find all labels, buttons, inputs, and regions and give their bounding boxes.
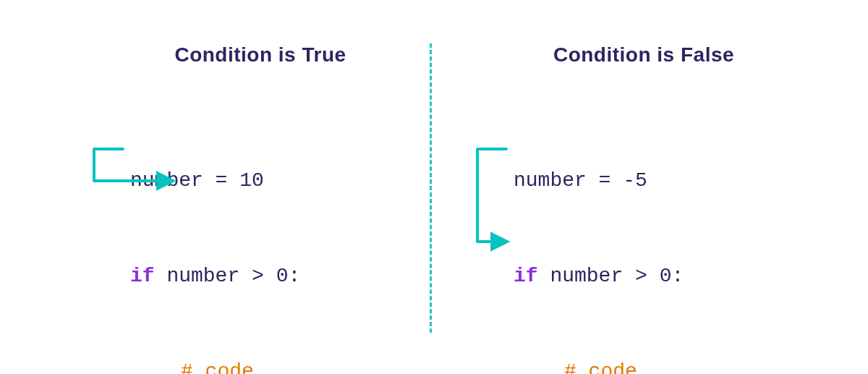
code-block-true: number = 10 if number > 0: # code # code…: [80, 101, 441, 374]
flow-arrow-true: [80, 101, 224, 246]
code-line-if: if number > 0:: [80, 260, 441, 292]
code-line-body: # code: [463, 356, 825, 374]
panel-condition-false: Condition is False number = -5 if number…: [463, 43, 825, 374]
code-line-body: # code: [80, 356, 441, 374]
panel-condition-true: Condition is True number = 10 if number …: [80, 43, 441, 374]
flow-arrow-false: [463, 101, 608, 289]
heading-false: Condition is False: [463, 43, 825, 67]
heading-true: Condition is True: [80, 43, 441, 67]
diagram-stage: Condition is True number = 10 if number …: [0, 0, 868, 374]
code-block-false: number = -5 if number > 0: # code # code…: [463, 101, 825, 374]
